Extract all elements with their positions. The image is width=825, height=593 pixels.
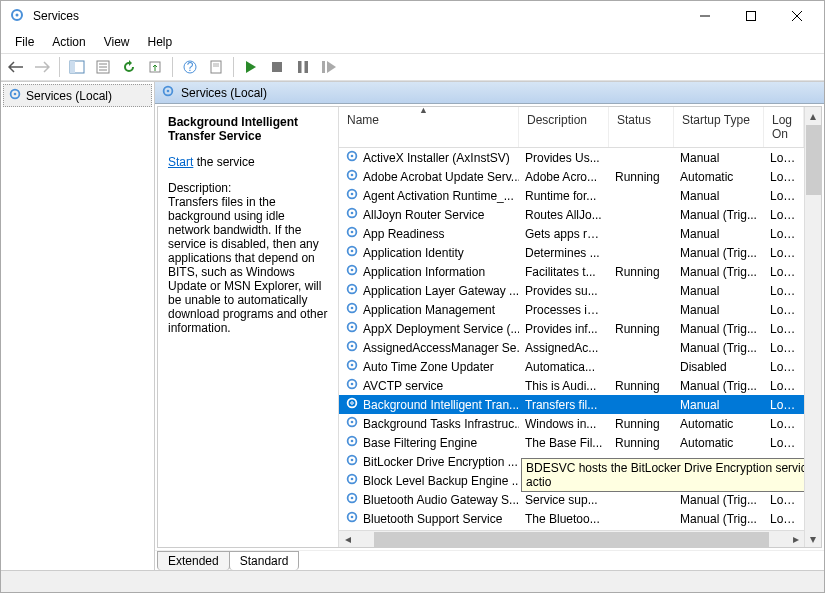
menu-help[interactable]: Help: [140, 33, 181, 51]
start-service-link[interactable]: Start: [168, 155, 193, 169]
scroll-up-button[interactable]: ▴: [805, 107, 822, 124]
vertical-scrollbar[interactable]: ▴ ▾: [804, 107, 821, 547]
forward-button[interactable]: [31, 56, 53, 78]
properties-button[interactable]: [92, 56, 114, 78]
service-startup-type: Manual: [674, 227, 764, 241]
service-log-on: Local Sy: [764, 398, 804, 412]
service-row[interactable]: AssignedAccessManager Se...AssignedAc...…: [339, 338, 804, 357]
column-startup-type[interactable]: Startup Type: [674, 107, 764, 147]
export-button[interactable]: [144, 56, 166, 78]
service-row[interactable]: Base Filtering EngineThe Base Fil...Runn…: [339, 433, 804, 452]
service-row[interactable]: AVCTP serviceThis is Audi...RunningManua…: [339, 376, 804, 395]
restart-service-button[interactable]: [318, 56, 340, 78]
service-log-on: Local Se: [764, 208, 804, 222]
service-name: AVCTP service: [363, 379, 443, 393]
scroll-thumb-h[interactable]: [374, 532, 769, 547]
menu-action[interactable]: Action: [44, 33, 93, 51]
service-row[interactable]: Application IdentityDetermines ...Manual…: [339, 243, 804, 262]
tab-extended[interactable]: Extended: [157, 551, 230, 570]
tooltip: BDESVC hosts the BitLocker Drive Encrypt…: [521, 458, 804, 492]
service-row[interactable]: ActiveX Installer (AxInstSV)Provides Us.…: [339, 148, 804, 167]
gear-icon: [345, 168, 359, 185]
service-log-on: Local Se: [764, 512, 804, 526]
service-name: Application Identity: [363, 246, 464, 260]
tree-node-services-local[interactable]: Services (Local): [3, 84, 152, 107]
gear-icon: [345, 377, 359, 394]
service-name: AllJoyn Router Service: [363, 208, 484, 222]
service-log-on: Local Sy: [764, 265, 804, 279]
gear-icon: [345, 434, 359, 451]
status-bar: [1, 570, 824, 592]
service-startup-type: Manual (Trig...: [674, 379, 764, 393]
refresh-button[interactable]: [118, 56, 140, 78]
service-name: Application Layer Gateway ...: [363, 284, 519, 298]
service-startup-type: Manual: [674, 398, 764, 412]
minimize-button[interactable]: [682, 1, 728, 31]
service-row[interactable]: App ReadinessGets apps re...ManualLocal …: [339, 224, 804, 243]
service-log-on: Local Se: [764, 360, 804, 374]
menu-view[interactable]: View: [96, 33, 138, 51]
service-row[interactable]: Application InformationFacilitates t...R…: [339, 262, 804, 281]
svg-point-67: [351, 516, 354, 519]
close-button[interactable]: [774, 1, 820, 31]
show-hide-tree-button[interactable]: [66, 56, 88, 78]
service-row[interactable]: Bluetooth Audio Gateway S...Service sup.…: [339, 490, 804, 509]
service-status: Running: [609, 379, 674, 393]
service-row[interactable]: Application Layer Gateway ...Provides su…: [339, 281, 804, 300]
maximize-button[interactable]: [728, 1, 774, 31]
svg-point-33: [351, 193, 354, 196]
service-row[interactable]: Auto Time Zone UpdaterAutomatica...Disab…: [339, 357, 804, 376]
scroll-right-button[interactable]: ▸: [787, 531, 804, 548]
pause-service-button[interactable]: [292, 56, 314, 78]
help-button[interactable]: ?: [179, 56, 201, 78]
scroll-down-button[interactable]: ▾: [805, 530, 822, 547]
service-row[interactable]: Adobe Acrobat Update Serv...Adobe Acro..…: [339, 167, 804, 186]
service-row[interactable]: Bluetooth User Support Ser...The Bluetoo…: [339, 528, 804, 530]
app-icon: [9, 7, 25, 26]
back-button[interactable]: [5, 56, 27, 78]
list-header: Name▲ Description Status Startup Type Lo…: [339, 107, 804, 148]
svg-rect-7: [70, 61, 75, 73]
service-row[interactable]: AppX Deployment Service (...Provides inf…: [339, 319, 804, 338]
service-row[interactable]: Background Intelligent Tran...Transfers …: [339, 395, 804, 414]
menu-file[interactable]: File: [7, 33, 42, 51]
service-log-on: Local Se: [764, 284, 804, 298]
list-body[interactable]: ActiveX Installer (AxInstSV)Provides Us.…: [339, 148, 804, 530]
svg-marker-23: [327, 61, 336, 73]
svg-point-29: [351, 155, 354, 158]
service-startup-type: Manual (Trig...: [674, 493, 764, 507]
service-row[interactable]: Bluetooth Support ServiceThe Bluetoo...M…: [339, 509, 804, 528]
gear-icon: [345, 453, 359, 470]
column-status[interactable]: Status: [609, 107, 674, 147]
svg-point-27: [167, 90, 170, 93]
toolbar-separator: [59, 57, 60, 77]
tab-standard[interactable]: Standard: [229, 551, 300, 570]
gear-icon: [345, 358, 359, 375]
horizontal-scrollbar[interactable]: ◂ ▸: [339, 530, 804, 547]
column-description[interactable]: Description: [519, 107, 609, 147]
service-name: Adobe Acrobat Update Serv...: [363, 170, 519, 184]
service-row[interactable]: Agent Activation Runtime_...Runtime for.…: [339, 186, 804, 205]
right-pane-header: Services (Local): [155, 82, 824, 104]
gear-icon: [345, 263, 359, 280]
properties-sheet-button[interactable]: [205, 56, 227, 78]
svg-point-63: [351, 478, 354, 481]
gear-icon: [345, 244, 359, 261]
service-row[interactable]: Background Tasks Infrastruc...Windows in…: [339, 414, 804, 433]
service-startup-type: Manual (Trig...: [674, 322, 764, 336]
service-name: AssignedAccessManager Se...: [363, 341, 519, 355]
gear-icon: [345, 206, 359, 223]
service-startup-type: Manual (Trig...: [674, 341, 764, 355]
stop-service-button[interactable]: [266, 56, 288, 78]
start-service-button[interactable]: [240, 56, 262, 78]
service-row[interactable]: Application ManagementProcesses in...Man…: [339, 300, 804, 319]
column-log-on[interactable]: Log On: [764, 107, 804, 147]
service-row[interactable]: AllJoyn Router ServiceRoutes AllJo...Man…: [339, 205, 804, 224]
svg-rect-3: [747, 12, 756, 21]
svg-point-49: [351, 345, 354, 348]
service-name: Bluetooth Audio Gateway S...: [363, 493, 519, 507]
service-startup-type: Manual: [674, 284, 764, 298]
scroll-thumb-v[interactable]: [806, 125, 821, 195]
scroll-left-button[interactable]: ◂: [339, 531, 356, 548]
column-name[interactable]: Name▲: [339, 107, 519, 147]
